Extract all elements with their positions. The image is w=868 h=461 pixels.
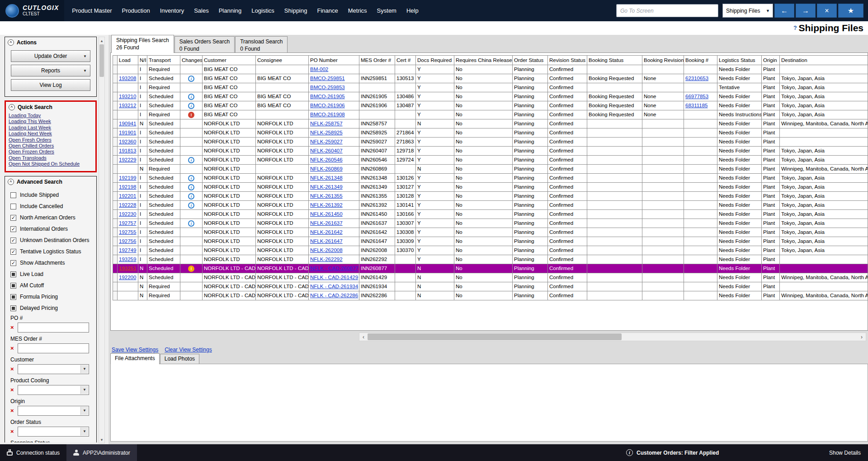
po-link[interactable]: NFLK-258757 — [310, 121, 343, 126]
po-link[interactable]: NFLK-261348 — [310, 175, 343, 181]
po-link[interactable]: NFLK-262292 — [310, 257, 343, 262]
load-link[interactable]: 192199 — [119, 175, 136, 181]
checkbox-unknown-destination-orders[interactable]: ✓Unknown Destination Orders — [10, 235, 96, 246]
column-header-booking-revision[interactable]: Booking Revision — [642, 56, 684, 65]
column-header-cert[interactable]: Cert # — [395, 56, 416, 65]
current-user[interactable]: APP2\Administrator — [66, 444, 137, 461]
scroll-left-icon[interactable]: ‹ — [359, 333, 368, 341]
grid-row-190941[interactable]: 190941NScheduledNORFOLK LTDNORFOLK LTDNF… — [113, 119, 868, 128]
advanced-search-header[interactable]: ^ Advanced Search — [5, 176, 96, 187]
po-link[interactable]: BMCO-259851 — [310, 76, 345, 81]
load-link[interactable]: 192756 — [119, 238, 136, 244]
select-customer[interactable]: ▼ — [18, 364, 89, 374]
grid-row[interactable]: IRequiredBIG MEAT COBM-002YNoPlanningCon… — [113, 65, 868, 74]
collapse-icon[interactable]: ^ — [9, 104, 15, 110]
quick-link-open-transloads[interactable]: Open Transloads — [9, 155, 95, 161]
menu-item-system[interactable]: System — [372, 0, 401, 21]
grid-row-192749[interactable]: 192749IScheduledNORFOLK LTDNORFOLK LTDNF… — [113, 246, 868, 255]
input-mes-order[interactable] — [18, 343, 89, 353]
checkbox-north-american-orders[interactable]: ✓North American Orders — [10, 212, 96, 223]
load-link[interactable]: 193212 — [119, 103, 136, 108]
po-link[interactable]: NFLK-260407 — [310, 148, 343, 153]
po-link[interactable]: NFLK-261642 — [310, 229, 343, 235]
menu-item-product-master[interactable]: Product Master — [67, 0, 117, 21]
clear-icon[interactable]: × — [10, 408, 15, 413]
load-link[interactable]: 192360 — [119, 139, 136, 144]
grid-row-192200[interactable]: 192200NScheduledNORFOLK LTD - CADNORFOLK… — [113, 273, 868, 282]
po-link[interactable]: BMCO-261906 — [310, 103, 345, 108]
grid-row[interactable]: IRequiredBIG MEAT COBMCO-259853YNoPlanni… — [113, 83, 868, 92]
checkbox-live-load[interactable]: Live Load — [10, 269, 96, 280]
quick-link-open-fresh-orders[interactable]: Open Fresh Orders — [9, 137, 95, 143]
grid-row-192230[interactable]: 192230IScheduledNORFOLK LTDNORFOLK LTDNF… — [113, 210, 868, 219]
po-link[interactable]: NFLK-261647 — [310, 238, 343, 244]
tab-file-attachments[interactable]: File Attachments — [110, 353, 160, 364]
quick-link-open-not-shipped-on-schedule[interactable]: Open Not Shipped On Schedule — [9, 161, 95, 167]
checkbox-delayed-pricing[interactable]: Delayed Pricing — [10, 303, 96, 314]
grid-row-193259[interactable]: 193259IScheduledNORFOLK LTDNORFOLK LTDNF… — [113, 255, 868, 264]
column-header-destination[interactable]: Destination — [780, 56, 868, 65]
column-header-requires-china-release[interactable]: Requires China Release — [454, 56, 513, 65]
load-link[interactable]: 192749 — [119, 247, 136, 253]
po-link[interactable]: NFLK - CAD-262286 — [310, 293, 358, 298]
scroll-down-icon[interactable]: ▾ — [99, 436, 104, 443]
column-header-load[interactable]: Load — [118, 56, 138, 65]
forward-button[interactable]: → — [796, 4, 816, 18]
clear-view-settings-link[interactable]: Clear View Settings — [165, 347, 212, 353]
menu-item-logistics[interactable]: Logistics — [246, 0, 279, 21]
checkbox-international-orders[interactable]: ✓International Orders — [10, 223, 96, 235]
po-link[interactable]: NFLK-259027 — [310, 139, 343, 144]
load-link[interactable]: 192200 — [119, 275, 136, 280]
load-link[interactable]: 190941 — [119, 121, 136, 126]
column-header-n-i[interactable]: N/I — [138, 56, 147, 65]
grid-row-191901[interactable]: 191901IScheduledNORFOLK LTDNORFOLK LTDNF… — [113, 128, 868, 138]
load-link[interactable]: 193208 — [119, 76, 136, 81]
grid-row[interactable]: NRequiredNORFOLK LTDNFLK-260869INN260869… — [113, 165, 868, 174]
load-link[interactable]: 192757 — [119, 220, 136, 226]
load-link[interactable]: 193251 — [119, 266, 136, 271]
column-header-docs-required[interactable]: Docs Required — [416, 56, 454, 65]
grid-row-192756[interactable]: 192756IScheduledNORFOLK LTDNORFOLK LTDNF… — [113, 237, 868, 246]
clear-icon[interactable]: × — [10, 345, 15, 351]
menu-item-planning[interactable]: Planning — [214, 0, 247, 21]
menu-item-sales[interactable]: Sales — [189, 0, 214, 21]
column-header-origin[interactable]: Origin — [762, 56, 780, 65]
menu-item-shipping[interactable]: Shipping — [279, 0, 312, 21]
menu-item-production[interactable]: Production — [117, 0, 155, 21]
select-order-status[interactable]: ▼ — [18, 427, 89, 437]
load-link[interactable]: 193259 — [119, 257, 136, 262]
column-header-booking[interactable]: Booking # — [684, 56, 717, 65]
tab-transload-search[interactable]: Transload Search0 Found — [235, 36, 288, 52]
grid-row-192228[interactable]: 192228ISchedulediNORFOLK LTDNORFOLK LTDN… — [113, 201, 868, 210]
quick-link-loading-this-week[interactable]: Loading This Week — [9, 119, 95, 124]
clear-icon[interactable]: × — [10, 366, 15, 372]
scroll-right-icon[interactable]: › — [858, 333, 866, 341]
show-details-button[interactable]: Show Details — [829, 450, 861, 456]
select-origin[interactable]: ▼ — [18, 406, 89, 416]
go-to-screen-input[interactable] — [616, 4, 718, 17]
grid-row-193212[interactable]: 193212ISchedulediBIG MEAT COBIG MEAT COB… — [113, 101, 868, 110]
menu-item-finance[interactable]: Finance — [312, 0, 343, 21]
load-link[interactable]: 192228 — [119, 202, 136, 208]
booking_no-link[interactable]: 62310653 — [685, 76, 708, 81]
grid-row-192757[interactable]: 192757ISchedulediNORFOLK LTDNORFOLK LTDN… — [113, 219, 868, 228]
action-button-update-order[interactable]: Update Order▼ — [11, 50, 90, 62]
clear-icon[interactable]: × — [10, 428, 15, 434]
sidebar-scrollbar[interactable]: ▴ ▾ — [99, 37, 105, 443]
close-button[interactable]: × — [817, 4, 837, 18]
booking_no-link[interactable]: 66977853 — [685, 94, 708, 99]
column-header-changes[interactable]: Changes — [180, 56, 203, 65]
po-link[interactable]: NFLK-261450 — [310, 211, 343, 217]
tab-load-photos[interactable]: Load Photos — [160, 354, 199, 364]
horizontal-scrollbar-thumb[interactable] — [368, 333, 622, 340]
checkbox-include-shipped[interactable]: Include Shipped — [10, 190, 96, 201]
po-link[interactable]: BM-002 — [310, 67, 328, 72]
collapse-icon[interactable]: ^ — [8, 179, 14, 185]
grid-row-191813[interactable]: 191813IScheduledNORFOLK LTDNORFOLK LTDNF… — [113, 147, 868, 156]
grid-row-192199[interactable]: 192199ISchedulediNORFOLK LTDNORFOLK LTDN… — [113, 174, 868, 183]
po-link[interactable]: BMCO-261908 — [310, 112, 345, 117]
po-link[interactable]: NFLK - CAD-261934 — [310, 284, 358, 289]
select-product-cooling[interactable]: ▼ — [18, 385, 89, 395]
column-header-customer[interactable]: Customer — [203, 56, 256, 65]
checkbox-tentative-logistics-status[interactable]: ✓Tentative Logistics Status — [10, 246, 96, 257]
